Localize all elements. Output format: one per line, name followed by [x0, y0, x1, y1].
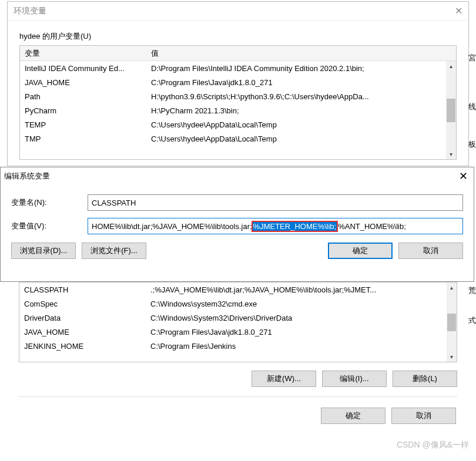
annotation-box: %JMETER_HOME%\lib;	[252, 221, 338, 232]
scroll-down-icon[interactable]: ▾	[446, 149, 456, 159]
dialog-title: 编辑系统变量	[4, 171, 50, 181]
dialog-buttons: 浏览目录(D)... 浏览文件(F)... 确定 取消	[1, 238, 474, 259]
scrollbar[interactable]: ▴ ▾	[446, 61, 456, 159]
titlebar: 环境变量 ✕	[8, 2, 468, 21]
ok-button[interactable]: 确定	[321, 408, 386, 424]
scroll-up-icon[interactable]: ▴	[446, 61, 456, 71]
table-row[interactable]: JAVA_HOMEC:\Program Files\Java\jdk1.8.0_…	[19, 325, 457, 339]
side-tab: 线	[468, 102, 476, 112]
table-row[interactable]: PathH:\python3.9.6\Scripts\;H:\python3.9…	[20, 89, 456, 103]
header-value[interactable]: 值	[146, 48, 456, 59]
table-row[interactable]: DriverDataC:\Windows\System32\Drivers\Dr…	[19, 311, 457, 325]
user-vars-group: hydee 的用户变量(U) 变量 值 IntelliJ IDEA Commun…	[19, 31, 457, 160]
user-vars-table: 变量 值 IntelliJ IDEA Community Ed...D:\Pro…	[19, 45, 457, 160]
value-selected-text: %JMETER_HOME%\lib;	[253, 222, 337, 231]
side-tab: 式	[468, 315, 476, 326]
cancel-button[interactable]: 取消	[391, 408, 456, 424]
table-row[interactable]: CLASSPATH.;%JAVA_HOME%\lib\dt.jar;%JAVA_…	[19, 282, 457, 297]
value-text-pre: HOME%\lib\dt.jar;%JAVA_HOME%\lib\tools.j…	[92, 222, 252, 231]
table-row[interactable]: TMPC:\Users\hydee\AppData\Local\Temp	[20, 132, 456, 146]
side-tab: 板	[468, 139, 476, 150]
edit-sysvar-dialog: 编辑系统变量 ✕ 变量名(N): 变量值(V): HOME%\lib\dt.ja…	[0, 167, 474, 282]
table-row[interactable]: JENKINS_HOMEC:\Program Files\Jenkins	[19, 339, 457, 353]
value-text-post: %ANT_HOME%\lib;	[338, 222, 406, 231]
table-row[interactable]: PyCharmH:\PyCharm 2021.1.3\bin;	[20, 103, 456, 117]
var-value-input[interactable]: HOME%\lib\dt.jar;%JAVA_HOME%\lib\tools.j…	[88, 218, 463, 234]
scroll-down-icon[interactable]: ▾	[447, 352, 457, 362]
user-vars-title: hydee 的用户变量(U)	[19, 31, 457, 42]
close-icon[interactable]: ✕	[459, 170, 468, 183]
var-name-row: 变量名(N):	[1, 191, 474, 214]
table-header: 变量 值	[20, 46, 456, 61]
var-name-label: 变量名(N):	[11, 197, 88, 208]
var-name-input[interactable]	[88, 194, 463, 211]
side-tab: 荒	[468, 285, 476, 296]
table-row[interactable]: ComSpecC:\Windows\system32\cmd.exe	[19, 297, 457, 311]
header-variable[interactable]: 变量	[20, 48, 146, 59]
ok-button[interactable]: 确定	[328, 243, 393, 259]
table-row[interactable]: JAVA_HOMEC:\Program Files\Java\jdk1.8.0_…	[20, 75, 456, 89]
sys-vars-buttons: 新建(W)... 编辑(I)... 删除(L)	[7, 362, 469, 391]
browse-dir-button[interactable]: 浏览目录(D)...	[11, 243, 76, 259]
cancel-button[interactable]: 取消	[398, 243, 463, 259]
new-button[interactable]: 新建(W)...	[252, 371, 316, 387]
scroll-up-icon[interactable]: ▴	[447, 282, 457, 292]
side-tab: 宮	[468, 53, 476, 63]
table-row[interactable]: TEMPC:\Users\hydee\AppData\Local\Temp	[20, 117, 456, 132]
table-row[interactable]: IntelliJ IDEA Community Ed...D:\Program …	[20, 61, 456, 75]
user-vars-body: IntelliJ IDEA Community Ed...D:\Program …	[20, 61, 456, 146]
watermark: CSDN @像风&一样	[397, 440, 469, 450]
sys-vars-group: CLASSPATH.;%JAVA_HOME%\lib\dt.jar;%JAVA_…	[7, 282, 469, 435]
footer-buttons: 确定 取消	[7, 397, 469, 435]
var-value-row: 变量值(V): HOME%\lib\dt.jar;%JAVA_HOME%\lib…	[1, 214, 474, 238]
edit-button[interactable]: 编辑(I)...	[322, 371, 387, 387]
delete-button[interactable]: 删除(L)	[393, 371, 457, 387]
var-value-label: 变量值(V):	[11, 221, 88, 231]
browse-file-button[interactable]: 浏览文件(F)...	[82, 243, 146, 259]
scroll-thumb[interactable]	[447, 314, 456, 331]
scroll-thumb[interactable]	[447, 99, 455, 122]
dialog-titlebar: 编辑系统变量 ✕	[1, 167, 474, 185]
window-title: 环境变量	[14, 6, 46, 16]
sys-vars-table: CLASSPATH.;%JAVA_HOME%\lib\dt.jar;%JAVA_…	[19, 282, 457, 362]
env-vars-window: 环境变量 ✕ hydee 的用户变量(U) 变量 值 IntelliJ IDEA…	[7, 1, 469, 166]
scrollbar[interactable]: ▴ ▾	[447, 282, 457, 362]
close-icon[interactable]: ✕	[455, 5, 462, 16]
